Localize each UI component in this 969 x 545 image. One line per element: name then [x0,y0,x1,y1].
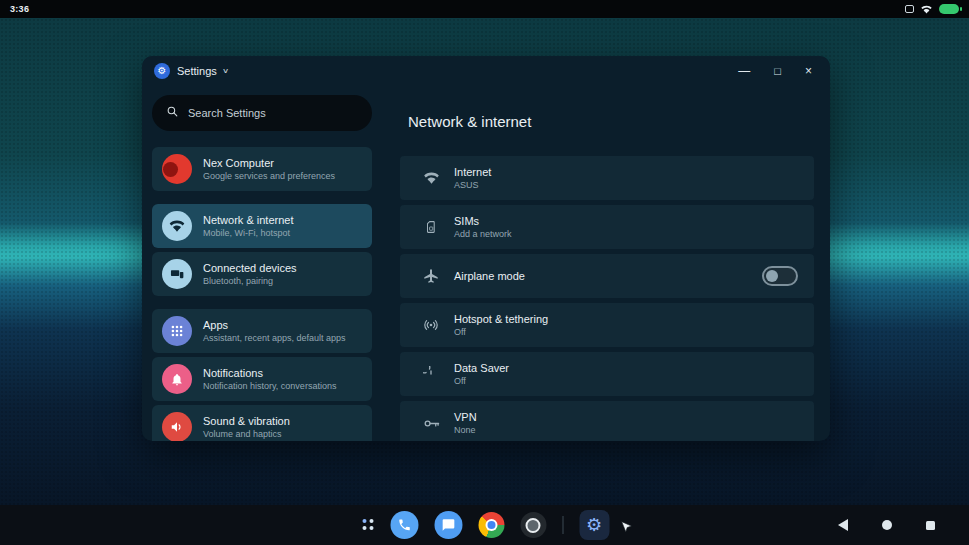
window-titlebar: ⚙ Settings ∨ — □ × [142,56,830,86]
home-circle-icon [882,520,892,530]
row-sublabel: Add a network [454,229,512,239]
account-icon [162,154,192,184]
window-body: Nex Computer Google services and prefere… [142,86,830,441]
home-button[interactable] [882,520,892,530]
row-data-saver[interactable]: Data Saver Off [400,352,814,396]
sidebar-item-sublabel: Assistant, recent apps, default apps [203,333,346,343]
row-sublabel: Off [454,327,548,337]
recents-square-icon [926,521,935,530]
taskbar-nav [838,505,935,545]
maximize-button[interactable]: □ [774,66,781,77]
gear-icon: ⚙ [579,510,609,540]
wifi-icon [422,171,440,185]
airplane-icon [422,268,440,284]
row-sims[interactable]: SIMs Add a network [400,205,814,249]
sidebar-item-label: Nex Computer [203,157,335,169]
sim-card-icon [422,219,440,235]
sidebar-item-label: Network & internet [203,214,293,226]
taskbar: ⚙ [0,505,969,545]
settings-content: Network & internet Internet ASUS [382,86,830,441]
row-label: Airplane mode [454,270,525,282]
airplane-mode-toggle[interactable] [762,266,798,286]
app-grid-button[interactable] [362,519,374,531]
sidebar-item-label: Apps [203,319,346,331]
sidebar-group-connectivity: Network & internet Mobile, Wi-Fi, hotspo… [152,204,372,296]
sidebar-item-network-internet[interactable]: Network & internet Mobile, Wi-Fi, hotspo… [152,204,372,248]
phone-icon [390,511,418,539]
vpn-key-icon [422,417,440,430]
row-label: Data Saver [454,362,509,374]
hotspot-icon [422,317,440,333]
row-label: Internet [454,166,491,178]
clock: 3:36 [10,4,29,14]
sidebar-item-sound-vibration[interactable]: Sound & vibration Volume and haptics [152,405,372,441]
gear-glyph: ⚙ [586,516,602,534]
row-sublabel: None [454,425,477,435]
page-title: Network & internet [408,112,814,132]
sidebar-item-label: Sound & vibration [203,415,290,427]
window-controls: — □ × [738,65,818,77]
search-settings-input[interactable] [188,107,358,119]
taskbar-divider [562,516,563,534]
settings-app-button[interactable]: ⚙ [579,510,609,540]
messages-app-button[interactable] [434,511,462,539]
mouse-cursor-icon [619,521,631,539]
apps-grid-icon [162,316,192,346]
status-bar: 3:36 [0,0,969,18]
devices-icon [162,259,192,289]
row-vpn[interactable]: VPN None [400,401,814,441]
chrome-icon [478,512,504,538]
row-label: Hotspot & tethering [454,313,548,325]
chat-bubble-icon [434,511,462,539]
sidebar-item-sublabel: Google services and preferences [203,171,335,181]
minimize-button[interactable]: — [738,65,750,77]
chevron-down-icon[interactable]: ∨ [222,67,229,75]
notification-icon [905,5,914,13]
sidebar-item-label: Connected devices [203,262,297,274]
close-button[interactable]: × [805,65,812,77]
row-label: VPN [454,411,477,423]
row-label: SIMs [454,215,512,227]
back-triangle-icon [838,519,848,531]
taskbar-center: ⚙ [362,505,631,545]
screen: 3:36 ⚙ Settings ∨ — □ × [0,0,969,545]
status-icons [905,4,959,14]
row-airplane-mode[interactable]: Airplane mode [400,254,814,298]
sidebar-item-connected-devices[interactable]: Connected devices Bluetooth, pairing [152,252,372,296]
sidebar-group-apps: Apps Assistant, recent apps, default app… [152,309,372,441]
sidebar-item-sublabel: Volume and haptics [203,429,290,439]
sidebar-item-sublabel: Mobile, Wi-Fi, hotspot [203,228,293,238]
battery-icon [939,4,959,14]
phone-app-button[interactable] [390,511,418,539]
data-saver-icon [422,366,440,382]
search-bar[interactable] [152,95,372,131]
back-button[interactable] [838,519,848,531]
sidebar-item-nex-computer[interactable]: Nex Computer Google services and prefere… [152,147,372,191]
settings-sidebar: Nex Computer Google services and prefere… [142,86,382,441]
chrome-app-button[interactable] [478,512,504,538]
sidebar-group-account: Nex Computer Google services and prefere… [152,147,372,191]
sidebar-item-sublabel: Bluetooth, pairing [203,276,297,286]
settings-window: ⚙ Settings ∨ — □ × [142,56,830,441]
row-sublabel: Off [454,376,509,386]
speaker-icon [162,412,192,441]
row-hotspot-tethering[interactable]: Hotspot & tethering Off [400,303,814,347]
row-sublabel: ASUS [454,180,491,190]
toggle-knob [766,270,778,282]
gear-glyph: ⚙ [158,66,167,76]
sidebar-item-sublabel: Notification history, conversations [203,381,336,391]
sidebar-item-notifications[interactable]: Notifications Notification history, conv… [152,357,372,401]
camera-icon [520,512,546,538]
app-grid-icon [362,519,374,531]
wifi-status-icon [921,5,932,14]
search-icon [166,104,179,122]
row-internet[interactable]: Internet ASUS [400,156,814,200]
settings-app-icon: ⚙ [154,63,170,79]
sidebar-item-apps[interactable]: Apps Assistant, recent apps, default app… [152,309,372,353]
bell-icon [162,364,192,394]
recents-button[interactable] [926,521,935,530]
camera-app-button[interactable] [520,512,546,538]
window-title: Settings [177,65,217,77]
wifi-icon [162,211,192,241]
sidebar-item-label: Notifications [203,367,336,379]
